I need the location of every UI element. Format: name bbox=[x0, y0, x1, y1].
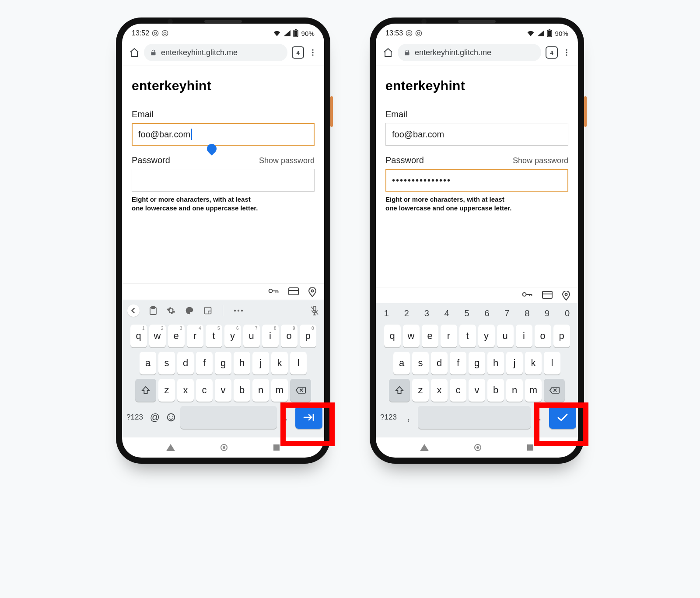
key-k[interactable]: k bbox=[525, 352, 542, 374]
nav-home-icon[interactable] bbox=[474, 444, 482, 451]
suggestion-collapse-icon[interactable] bbox=[127, 304, 140, 317]
palette-icon[interactable] bbox=[185, 306, 194, 315]
key-4[interactable]: 4 bbox=[438, 307, 456, 320]
enter-key-done[interactable] bbox=[549, 406, 576, 429]
key-w[interactable]: w2 bbox=[149, 325, 166, 347]
key-j[interactable]: j bbox=[506, 352, 523, 374]
overflow-menu-icon[interactable] bbox=[308, 48, 317, 57]
overflow-menu-icon[interactable] bbox=[562, 48, 571, 57]
shift-key[interactable] bbox=[135, 379, 156, 402]
tab-count[interactable]: 4 bbox=[546, 46, 558, 59]
symbols-key[interactable]: ?123 bbox=[124, 406, 146, 429]
key-m[interactable]: m bbox=[271, 379, 288, 402]
email-field[interactable]: foo@bar.com bbox=[385, 123, 568, 146]
key-8[interactable]: 8 bbox=[518, 307, 536, 320]
key-r[interactable]: r bbox=[441, 325, 457, 347]
show-password-link[interactable]: Show password bbox=[513, 156, 568, 165]
key-c[interactable]: c bbox=[450, 379, 466, 402]
key-comma[interactable]: , bbox=[402, 406, 416, 429]
key-period[interactable]: . bbox=[533, 406, 547, 429]
clipboard-icon[interactable] bbox=[149, 306, 157, 315]
password-field[interactable]: ••••••••••••••• bbox=[385, 169, 568, 192]
nav-home-icon[interactable] bbox=[220, 444, 228, 451]
key-m[interactable]: m bbox=[525, 379, 542, 402]
show-password-link[interactable]: Show password bbox=[259, 156, 315, 165]
key-s[interactable]: s bbox=[412, 352, 429, 374]
key-l[interactable]: l bbox=[544, 352, 560, 374]
key-0[interactable]: 0 bbox=[558, 307, 576, 320]
key-z[interactable]: z bbox=[412, 379, 429, 402]
key-f[interactable]: f bbox=[450, 352, 466, 374]
key-6[interactable]: 6 bbox=[478, 307, 496, 320]
more-icon[interactable] bbox=[234, 309, 243, 312]
key-period[interactable]: . bbox=[279, 406, 293, 429]
key-x[interactable]: x bbox=[431, 379, 448, 402]
address-bar[interactable]: enterkeyhint.glitch.me bbox=[144, 44, 287, 61]
key-z[interactable]: z bbox=[158, 379, 175, 402]
key-v[interactable]: v bbox=[215, 379, 231, 402]
key-o[interactable]: o bbox=[535, 325, 551, 347]
key-s[interactable]: s bbox=[158, 352, 175, 374]
key-t[interactable]: t5 bbox=[206, 325, 222, 347]
key-p[interactable]: p0 bbox=[300, 325, 316, 347]
key-b[interactable]: b bbox=[234, 379, 250, 402]
home-icon[interactable] bbox=[129, 47, 140, 58]
key-t[interactable]: t bbox=[459, 325, 476, 347]
key-7[interactable]: 7 bbox=[498, 307, 516, 320]
key-a[interactable]: a bbox=[140, 352, 156, 374]
key-x[interactable]: x bbox=[177, 379, 194, 402]
password-field[interactable] bbox=[132, 169, 315, 192]
key-2[interactable]: 2 bbox=[398, 307, 416, 320]
password-key-icon[interactable] bbox=[522, 291, 532, 301]
key-f[interactable]: f bbox=[196, 352, 213, 374]
password-key-icon[interactable] bbox=[268, 287, 279, 297]
key-u[interactable]: u bbox=[497, 325, 514, 347]
nav-back-icon[interactable] bbox=[420, 444, 429, 451]
key-j[interactable]: j bbox=[252, 352, 269, 374]
tab-count[interactable]: 4 bbox=[292, 46, 304, 59]
key-q[interactable]: q1 bbox=[130, 325, 147, 347]
nav-back-icon[interactable] bbox=[166, 444, 175, 451]
key-c[interactable]: c bbox=[196, 379, 213, 402]
nav-recents-icon[interactable] bbox=[527, 444, 534, 451]
backspace-key[interactable] bbox=[544, 379, 565, 402]
spacebar-key[interactable] bbox=[418, 406, 531, 429]
home-icon[interactable] bbox=[383, 47, 393, 58]
emoji-key[interactable] bbox=[164, 406, 178, 429]
spacebar-key[interactable] bbox=[180, 406, 277, 429]
key-o[interactable]: o9 bbox=[281, 325, 298, 347]
key-q[interactable]: q bbox=[384, 325, 401, 347]
email-field[interactable]: foo@bar.com bbox=[132, 123, 315, 146]
key-e[interactable]: e bbox=[422, 325, 438, 347]
key-at[interactable]: @ bbox=[148, 406, 162, 429]
key-e[interactable]: e3 bbox=[168, 325, 185, 347]
key-y[interactable]: y6 bbox=[224, 325, 241, 347]
key-a[interactable]: a bbox=[393, 352, 410, 374]
key-u[interactable]: u7 bbox=[243, 325, 260, 347]
key-p[interactable]: p bbox=[553, 325, 570, 347]
mic-off-icon[interactable] bbox=[310, 306, 319, 315]
enter-key-next[interactable] bbox=[295, 406, 322, 429]
shift-key[interactable] bbox=[389, 379, 410, 402]
key-n[interactable]: n bbox=[506, 379, 523, 402]
sticker-icon[interactable] bbox=[203, 306, 212, 315]
key-b[interactable]: b bbox=[487, 379, 504, 402]
key-1[interactable]: 1 bbox=[378, 307, 396, 320]
key-5[interactable]: 5 bbox=[458, 307, 476, 320]
key-3[interactable]: 3 bbox=[418, 307, 436, 320]
key-h[interactable]: h bbox=[487, 352, 504, 374]
key-d[interactable]: d bbox=[431, 352, 448, 374]
key-g[interactable]: g bbox=[469, 352, 485, 374]
payment-card-icon[interactable] bbox=[288, 287, 299, 297]
key-i[interactable]: i bbox=[516, 325, 532, 347]
key-l[interactable]: l bbox=[290, 352, 307, 374]
address-bar[interactable]: enterkeyhint.glitch.me bbox=[398, 44, 541, 61]
key-i[interactable]: i8 bbox=[262, 325, 279, 347]
address-pin-icon[interactable] bbox=[562, 291, 570, 301]
key-r[interactable]: r4 bbox=[187, 325, 203, 347]
backspace-key[interactable] bbox=[290, 379, 311, 402]
key-n[interactable]: n bbox=[252, 379, 269, 402]
key-y[interactable]: y bbox=[478, 325, 495, 347]
key-w[interactable]: w bbox=[403, 325, 420, 347]
symbols-key[interactable]: ?123 bbox=[378, 406, 399, 429]
